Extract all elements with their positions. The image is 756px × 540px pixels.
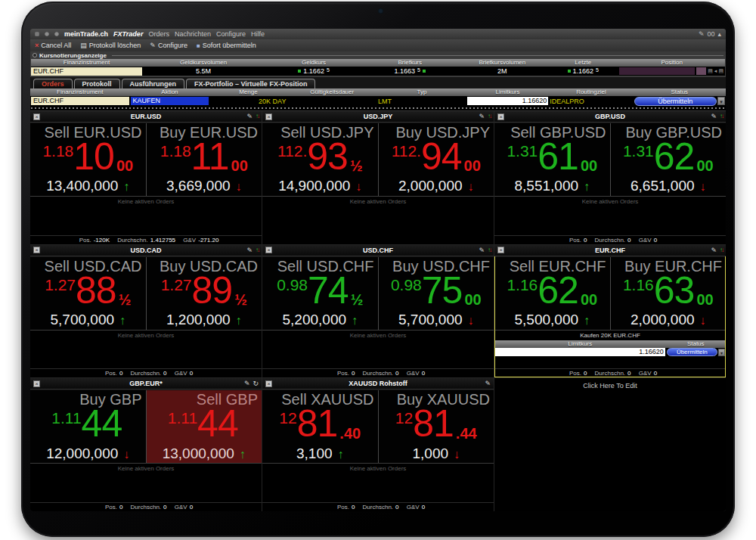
- price: 12 81 .44: [383, 408, 491, 445]
- volume-line: 5,200,000 ↑: [266, 312, 374, 330]
- price: 1.18 10 00: [34, 141, 142, 178]
- order-action-field[interactable]: KAUFEN: [131, 97, 209, 105]
- price: 1.31 62 00: [615, 141, 723, 178]
- swap-icon[interactable]: ↑↓: [720, 113, 723, 120]
- wrench-icon[interactable]: ✎: [485, 380, 491, 387]
- corner-triangle-icon[interactable]: ▴: [717, 30, 721, 38]
- order-type-field[interactable]: LMT: [378, 98, 466, 105]
- tile-title: GBP.EUR*: [30, 380, 262, 387]
- limit-price-field[interactable]: 1.16620: [494, 348, 665, 356]
- quote-panel-right[interactable]: Sell GBP 1.11 44 13,000,000 ↑: [147, 390, 262, 463]
- close-icon[interactable]: ×: [497, 247, 504, 253]
- orders-note: Keine aktiven Orders: [262, 464, 494, 473]
- pos-label: Pos.: [337, 504, 349, 511]
- order-routing-field[interactable]: IDEALPRO: [550, 98, 632, 105]
- trend-arrow-icon: ↑: [240, 448, 246, 461]
- wrench-icon[interactable]: ✎: [711, 113, 717, 120]
- avg-label: Durchschn.: [131, 504, 161, 511]
- wrench-icon[interactable]: ✎: [711, 247, 717, 254]
- close-icon[interactable]: ×: [33, 113, 40, 120]
- quote-panel-left[interactable]: Sell XAUUSD 12 81 .40 3,100 ↑: [262, 390, 379, 463]
- quote-panel-right[interactable]: Buy EUR.USD 1.18 11 00 3,669,000 ↓: [147, 123, 262, 196]
- transmit-button[interactable]: Übermitteln: [634, 97, 717, 106]
- wrench-icon[interactable]: ✎: [246, 113, 253, 120]
- close-icon[interactable]: ×: [497, 113, 504, 120]
- price-prefix: 1.27: [161, 276, 192, 312]
- ask-volume-value: 2M: [457, 67, 547, 76]
- quote-panel-right[interactable]: Buy EUR.CHF 1.16 63 00 2,000,000 ↓: [611, 257, 727, 330]
- close-icon[interactable]: ×: [265, 380, 272, 387]
- swap-icon[interactable]: ↑↓: [488, 113, 491, 120]
- order-panel-headers: Limitkurs Status: [494, 340, 726, 348]
- close-icon[interactable]: ×: [265, 113, 272, 120]
- quote-column-headers: Finanzinstrument Geldkursvolumen Geldkur…: [31, 59, 725, 67]
- quote-panel-left[interactable]: Sell USD.CAD 1.27 88 ½ 5,700,000 ↑: [30, 257, 147, 330]
- menu-item-configure[interactable]: Configure: [216, 30, 246, 38]
- menu-item-nachrichten[interactable]: Nachrichten: [175, 30, 211, 38]
- tab-protokoll[interactable]: Protokoll: [74, 79, 120, 88]
- group-header: Kursnotierungsanzeige: [31, 51, 725, 59]
- swap-icon[interactable]: ↑↓: [720, 247, 723, 254]
- cancel-all-button[interactable]: × Cancel All: [35, 42, 71, 49]
- tile-icons: ✎↻: [244, 380, 259, 387]
- quote-panel-right[interactable]: Buy GBP.USD 1.31 62 00 6,651,000 ↓: [611, 123, 727, 196]
- quote-panel-right[interactable]: Buy USD.JPY 112. 94 00 2,000,000 ↓: [379, 123, 494, 196]
- transmit-button[interactable]: Übermitteln: [667, 348, 717, 356]
- col-status: Status: [665, 340, 726, 348]
- close-icon[interactable]: ×: [33, 247, 40, 253]
- position-summary: Pos.0 Durchschn.0 G&V0: [262, 502, 494, 511]
- quote-panel-left[interactable]: Sell USD.JPY 112. 93 ½ 14,900,000 ↓: [262, 123, 379, 196]
- tab-orders[interactable]: Orders: [33, 79, 73, 88]
- menu-item-orders[interactable]: Orders: [148, 30, 169, 38]
- wrench-icon[interactable]: ✎: [479, 113, 485, 120]
- trend-arrow-icon: ↓: [123, 448, 129, 461]
- volume-line: 3,100 ↑: [266, 445, 374, 464]
- rotate-icon[interactable]: ↻: [253, 380, 259, 387]
- clear-log-button[interactable]: ▤ Protokoll löschen: [80, 42, 141, 49]
- order-instrument-field[interactable]: EUR.CHF: [31, 97, 129, 105]
- swap-icon[interactable]: ↑↓: [488, 247, 491, 254]
- dropdown-icon[interactable]: ▾: [718, 349, 725, 356]
- quote-panel-right[interactable]: Buy USD.CAD 1.27 89 ½ 1,200,000 ↑: [147, 257, 262, 330]
- wrench-icon[interactable]: ✎: [479, 247, 485, 254]
- configure-button[interactable]: ✎ Configure: [150, 42, 187, 49]
- wrench-icon[interactable]: ✎: [246, 247, 253, 254]
- quote-panel-left[interactable]: Sell USD.CHF 0.98 74 ½ 5,200,000 ↑: [262, 257, 379, 330]
- window-button-icon[interactable]: [45, 32, 49, 36]
- instrument-field[interactable]: EUR.CHF: [31, 67, 142, 76]
- window-button-icon[interactable]: [35, 32, 39, 36]
- tab-fx-portfolio[interactable]: FX-Portfolio – Virtuelle FX-Position: [186, 79, 315, 88]
- tile-title: GBP.USD: [494, 113, 726, 120]
- order-quantity-field[interactable]: 20K DAY: [210, 98, 286, 105]
- col-letzte: Letzte: [547, 59, 619, 67]
- collapse-toggle-icon[interactable]: [33, 53, 37, 57]
- close-icon[interactable]: ×: [33, 380, 40, 387]
- price: 1.27 89 ½: [150, 275, 259, 312]
- fx-tile: × USD.JPY ✎↑↓ Sell USD.JPY 112. 93 ½ 14,…: [262, 111, 494, 244]
- col-finanzinstrument: Finanzinstrument: [30, 88, 130, 96]
- wrench-icon[interactable]: ✎: [244, 380, 250, 387]
- swap-icon[interactable]: ↑↓: [256, 113, 259, 120]
- quote-panel-left[interactable]: Sell EUR.CHF 1.16 62 00 5,500,000 ↑: [494, 257, 611, 330]
- quote-panel-right[interactable]: Buy USD.CHF 0.98 75 00 5,700,000 ↓: [379, 257, 494, 330]
- tab-ausfuehrungen[interactable]: Ausführungen: [122, 79, 185, 88]
- avg-label: Durchschn.: [131, 370, 161, 377]
- quote-panel-left[interactable]: Buy GBP 1.11 44 12,000,000 ↓: [30, 390, 147, 463]
- menu-item-hilfe[interactable]: Hilfe: [251, 30, 265, 38]
- close-icon[interactable]: ×: [265, 247, 272, 253]
- quote-panel-right[interactable]: Buy XAUUSD 12 81 .44 1,000 ↓: [379, 390, 494, 463]
- quote-panel-left[interactable]: Sell GBP.USD 1.31 61 00 8,551,000 ↑: [494, 123, 611, 196]
- dropdown-icon[interactable]: ▾: [717, 97, 725, 105]
- quote-panel-left[interactable]: Sell EUR.USD 1.18 10 00 13,400,000 ↑: [30, 123, 147, 196]
- order-limit-price-field[interactable]: 1.16620: [467, 97, 548, 105]
- empty-tile-slot[interactable]: Click Here To Edit: [494, 378, 726, 511]
- pos-label: Pos.: [105, 370, 117, 377]
- transmit-immediately-toggle[interactable]: ■ Sofort übermitteln: [197, 42, 256, 49]
- pnl-label: G&V: [407, 370, 420, 377]
- fx-tile: × XAUUSD Rohstoff ✎ Sell XAUUSD 12 81 .4…: [262, 378, 494, 511]
- document-icon: ▤: [80, 42, 87, 49]
- price-prefix: 1.18: [160, 142, 191, 178]
- window-button-icon[interactable]: [54, 32, 59, 36]
- price-big-figure: 81: [297, 408, 338, 445]
- swap-icon[interactable]: ↑↓: [256, 247, 259, 254]
